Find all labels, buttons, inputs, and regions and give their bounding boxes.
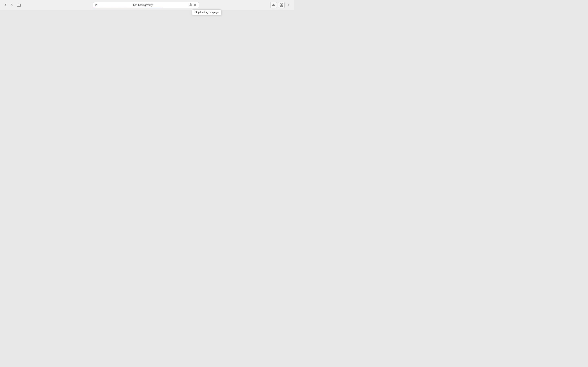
add-tab-button[interactable]: + xyxy=(286,2,292,8)
svg-rect-0 xyxy=(17,4,21,6)
svg-rect-6 xyxy=(280,4,281,5)
tab-overview-button[interactable] xyxy=(278,2,285,8)
stop-loading-tooltip: Stop loading this page xyxy=(192,9,222,15)
svg-rect-2 xyxy=(95,5,97,6)
sound-icon[interactable] xyxy=(189,3,192,7)
sidebar-button[interactable] xyxy=(16,2,22,8)
loading-progress-bar xyxy=(93,8,162,8)
svg-rect-8 xyxy=(280,5,281,7)
svg-marker-3 xyxy=(189,3,190,6)
page-content xyxy=(0,10,294,184)
right-toolbar-buttons: + xyxy=(270,2,292,8)
address-bar-container: bsh.hasil.gov.my xyxy=(23,2,269,8)
address-bar[interactable]: bsh.hasil.gov.my xyxy=(93,2,199,8)
url-text: bsh.hasil.gov.my xyxy=(98,3,187,7)
share-button[interactable] xyxy=(270,2,277,8)
navigation-buttons xyxy=(2,2,22,8)
svg-rect-9 xyxy=(282,5,283,7)
stop-loading-button[interactable] xyxy=(193,3,197,7)
browser-toolbar: bsh.hasil.gov.my xyxy=(0,0,294,10)
back-button[interactable] xyxy=(2,2,8,8)
svg-rect-7 xyxy=(282,4,283,5)
forward-button[interactable] xyxy=(9,2,15,8)
lock-icon xyxy=(95,4,97,7)
